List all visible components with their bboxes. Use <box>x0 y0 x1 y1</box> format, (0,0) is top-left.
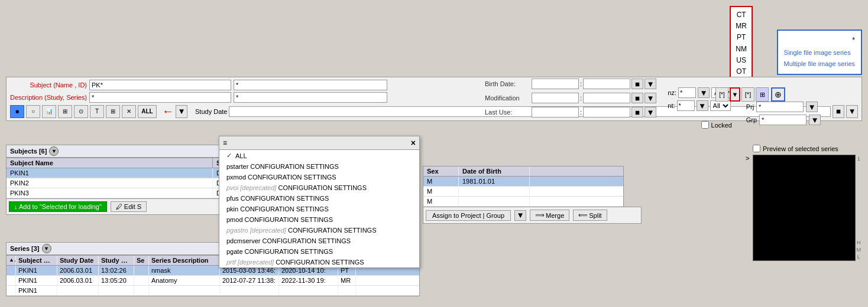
assign-arrow-btn[interactable]: ▼ <box>514 210 526 221</box>
bracket-star-btn[interactable]: [*] <box>715 87 728 102</box>
grp-input[interactable] <box>759 115 807 125</box>
nz-arrow-btn[interactable]: ▼ <box>698 87 710 98</box>
series-header: Series [3] <box>10 245 40 252</box>
birth-date-label: Birth Date: <box>485 80 529 87</box>
date-arrow-btn[interactable]: ▼ <box>846 105 858 118</box>
asterisk-label: * <box>784 34 855 47</box>
nt-star-input[interactable] <box>677 100 695 111</box>
menu-item-label: pfus CONFIGURATION SETTINGS <box>226 195 329 202</box>
sex-dob-table: Sex Date of Birth M 1981.01.01 M M <box>423 166 624 207</box>
subject-name-header: Subject Name <box>7 158 213 168</box>
lastuse-arrow-btn[interactable]: ▼ <box>644 107 656 117</box>
series-time-header: Study Time <box>99 256 134 265</box>
menu-item-label: pgastro [deprecated] CONFIGURATION SETTI… <box>226 227 376 234</box>
dob-cell <box>459 197 530 206</box>
series-expand-btn[interactable]: ▼ <box>42 244 51 253</box>
description-study-input[interactable] <box>89 92 231 103</box>
series-desc-cell: nmask <box>149 266 220 275</box>
edit-s-btn[interactable]: 🖊 Edit S <box>111 201 147 212</box>
menu-item-pkin[interactable]: pkin CONFIGURATION SETTINGS <box>219 204 419 214</box>
dropdown-menu-header: ≡ × <box>219 136 419 150</box>
menu-item-pgastro[interactable]: pgastro [deprecated] CONFIGURATION SETTI… <box>219 225 419 236</box>
single-file-label[interactable]: Single file image series <box>784 47 855 59</box>
subjects-expand-btn[interactable]: ▼ <box>49 146 59 156</box>
table-tool-btn[interactable]: ⊞ <box>58 105 72 118</box>
menu-item-pdcmserver[interactable]: pdcmserver CONFIGURATION SETTINGS <box>219 236 419 246</box>
ellipse-tool-btn[interactable]: ○ <box>26 105 40 118</box>
preview-checkbox[interactable] <box>753 145 760 152</box>
modality-ot[interactable]: OT <box>736 66 747 77</box>
last-use-from[interactable] <box>532 107 579 117</box>
modification-from[interactable] <box>532 93 579 103</box>
prj-arrow-btn[interactable]: ▼ <box>806 102 818 112</box>
lastuse-square-btn[interactable]: ■ <box>631 107 643 117</box>
birth-date-arrow-btn[interactable]: ▼ <box>644 79 656 89</box>
menu-item-label: pxmod CONFIGURATION SETTINGS <box>226 174 336 181</box>
mod-arrow-btn[interactable]: ▼ <box>644 93 656 103</box>
menu-item-pgate[interactable]: pgate CONFIGURATION SETTINGS <box>219 246 419 257</box>
dropdown-menu: ≡ × ALL pstarter CONFIGURATION SETTINGS … <box>219 136 420 268</box>
preview-arrow-label: > <box>746 155 749 162</box>
grid-tool-btn[interactable]: ⊞ <box>106 105 120 118</box>
split-label: Split <box>589 212 601 219</box>
menu-item-pfus[interactable]: pfus CONFIGURATION SETTINGS <box>219 193 419 204</box>
modification-to[interactable] <box>583 93 630 103</box>
subject-id-input[interactable] <box>234 80 387 90</box>
sex-dob-row[interactable]: M 1981.01.01 <box>423 177 623 187</box>
series-row[interactable]: PKIN1 2006.03.01 13:05:20 Anatomy 2012-0… <box>7 276 419 286</box>
all-btn[interactable]: ALL <box>138 105 157 118</box>
menu-item-pvoi[interactable]: pvoi [deprecated] CONFIGURATION SETTINGS <box>219 182 419 193</box>
sex-dob-row[interactable]: M <box>423 187 623 197</box>
camera-tool-btn[interactable]: ⊙ <box>74 105 88 118</box>
menu-item-label: ALL <box>235 152 247 159</box>
subject-name-cell: PKIN3 <box>7 188 213 198</box>
rect-tool-btn[interactable]: ■ <box>10 105 24 118</box>
merge-btn[interactable]: ⟹ Merge <box>530 210 569 221</box>
text-tool-btn[interactable]: T <box>90 105 104 118</box>
color-grid-btn[interactable]: ⊞ <box>756 87 769 102</box>
split-btn[interactable]: ⟸ Split <box>573 210 607 221</box>
modality-pt[interactable]: PT <box>736 32 747 43</box>
menu-item-all[interactable]: ALL <box>219 150 419 161</box>
mod-square-btn[interactable]: ■ <box>631 93 643 103</box>
last-use-to[interactable] <box>583 107 630 117</box>
birth-date-to[interactable] <box>583 79 630 89</box>
modality-us[interactable]: US <box>736 55 747 66</box>
prj-input[interactable] <box>756 102 804 112</box>
nt-all-select[interactable]: All <box>710 100 731 111</box>
birth-date-from[interactable] <box>532 79 579 89</box>
sex-dob-row[interactable]: M <box>423 197 623 207</box>
add-to-loading-btn[interactable]: ↓ Add to "Selected for loading" <box>9 201 107 212</box>
nz-star-input[interactable] <box>678 87 696 98</box>
dropdown-red-btn[interactable]: ▼ <box>730 87 740 102</box>
menu-item-prtf[interactable]: prtf [deprecated] CONFIGURATION SETTINGS <box>219 257 419 267</box>
modification-label: Modification <box>485 94 529 102</box>
menu-item-pstarter[interactable]: pstarter CONFIGURATION SETTINGS <box>219 161 419 172</box>
modality-mr[interactable]: MR <box>736 21 747 32</box>
special-btn[interactable]: ⊕ <box>771 87 785 102</box>
x-tool-btn[interactable]: ✕ <box>122 105 136 118</box>
birth-date-square-btn[interactable]: ■ <box>631 79 643 89</box>
chart-tool-btn[interactable]: 📊 <box>42 105 56 118</box>
assign-btn[interactable]: Assign to Project | Group <box>426 210 511 221</box>
toolbar-dropdown-btn[interactable]: ▼ <box>176 105 187 118</box>
series-row[interactable]: PKIN1 <box>7 286 419 296</box>
sex-cell: M <box>423 197 459 206</box>
description-series-input[interactable] <box>234 92 387 103</box>
grp-arrow-btn[interactable]: ▼ <box>809 115 821 125</box>
menu-item-label: pkin CONFIGURATION SETTINGS <box>226 205 329 213</box>
menu-item-pmod[interactable]: pmod CONFIGURATION SETTINGS <box>219 214 419 225</box>
menu-item-pxmod[interactable]: pxmod CONFIGURATION SETTINGS <box>219 172 419 182</box>
subject-name-input[interactable] <box>89 80 231 90</box>
filter-arrow-btn[interactable]: [*] <box>741 87 754 102</box>
modality-ct[interactable]: CT <box>736 9 747 21</box>
series-desc-cell: Anatomy <box>149 276 220 285</box>
locked-checkbox[interactable] <box>701 121 709 129</box>
modality-nm[interactable]: NM <box>736 44 747 55</box>
nt-arrow-btn[interactable]: ▼ <box>697 100 708 111</box>
prj-label: Prj <box>746 103 754 110</box>
multiple-file-label[interactable]: Multiple file image series <box>784 58 855 70</box>
assign-area: Assign to Project | Group ▼ ⟹ Merge ⟸ Sp… <box>423 207 642 226</box>
menu-close-btn[interactable]: × <box>411 138 416 148</box>
date-range-btn[interactable]: ■ <box>833 105 844 118</box>
